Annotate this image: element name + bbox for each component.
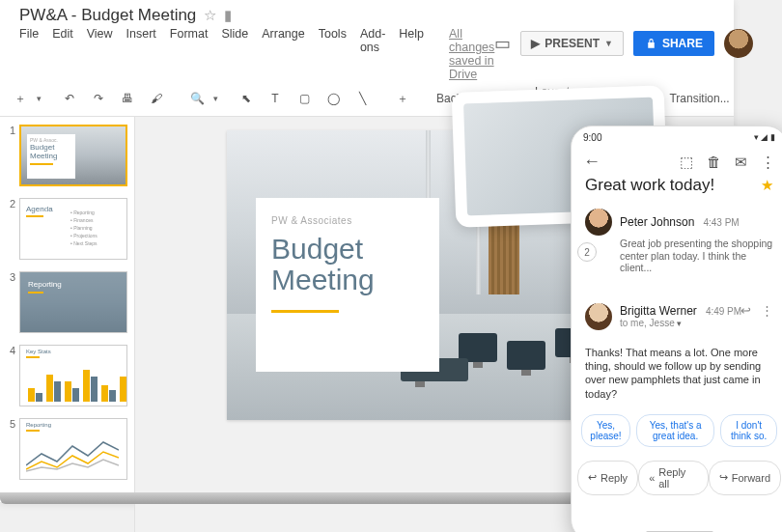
- menu-slide[interactable]: Slide: [221, 27, 248, 81]
- reply-action-row: ↩Reply «Reply all ↪Forward: [572, 455, 782, 495]
- star-icon[interactable]: ★: [761, 177, 773, 194]
- title-area: PW&A - Budget Meeting ☆ ▮ File Edit View…: [19, 6, 494, 81]
- thumbnail-panel[interactable]: 1 PW & Assoc. Budget Meeting 2 Agenda: [0, 117, 135, 532]
- menu-help[interactable]: Help: [399, 27, 424, 81]
- email-message-collapsed[interactable]: Peter Johnson 4:43 PM Great job presenti…: [572, 203, 782, 280]
- reply-button[interactable]: ↩Reply: [577, 461, 638, 495]
- message-time: 4:49 PM: [706, 306, 741, 317]
- more-icon[interactable]: ⋮: [761, 303, 773, 318]
- gmail-toolbar: ← ⬚ 🗑 ✉ ⋮: [572, 148, 782, 174]
- slide-thumbnail-3[interactable]: Reporting: [19, 271, 127, 333]
- menu-view[interactable]: View: [87, 27, 113, 81]
- slide-number: 5: [6, 418, 15, 480]
- recipients: to me, Jesse: [620, 318, 675, 328]
- mail-icon[interactable]: ✉: [735, 154, 747, 171]
- more-icon[interactable]: ⋮: [761, 154, 775, 171]
- smart-reply-chip[interactable]: Yes, that's a great idea.: [636, 414, 714, 447]
- slide-subtitle: PW & Associates: [271, 215, 424, 226]
- image-tool[interactable]: ▢: [292, 86, 317, 111]
- back-icon[interactable]: ←: [583, 152, 600, 172]
- slide-thumbnail-2[interactable]: Agenda • Reporting • Finances • Planning…: [19, 198, 127, 260]
- undo-button[interactable]: ↶: [57, 86, 82, 111]
- present-button[interactable]: ▶ PRESENT ▼: [520, 31, 624, 56]
- textbox-tool[interactable]: T: [263, 86, 288, 111]
- redo-button[interactable]: ↷: [86, 86, 111, 111]
- forward-button[interactable]: ↪Forward: [709, 461, 781, 495]
- select-tool[interactable]: ⬉: [234, 86, 259, 111]
- share-button[interactable]: SHARE: [633, 31, 714, 56]
- reply-icon: ↩: [588, 471, 597, 484]
- thread-count-badge[interactable]: 2: [577, 242, 597, 262]
- slide-thumbnail-1[interactable]: PW & Assoc. Budget Meeting: [19, 125, 127, 186]
- chevron-down-icon[interactable]: ▾: [213, 94, 218, 103]
- message-time: 4:43 PM: [703, 217, 739, 228]
- comments-icon[interactable]: ▭: [494, 33, 511, 54]
- sender-avatar: [585, 209, 612, 236]
- smart-reply-chip[interactable]: I don't think so.: [720, 414, 777, 447]
- app-header: PW&A - Budget Meeting ☆ ▮ File Edit View…: [0, 0, 734, 81]
- title-card[interactable]: PW & Associates BudgetMeeting: [256, 198, 439, 372]
- phone-device: 9:00 ▾ ◢ ▮ ← ⬚ 🗑 ✉ ⋮ Great work today! ★…: [571, 126, 782, 532]
- slide-number: 1: [6, 125, 15, 186]
- slide-number: 4: [6, 345, 15, 406]
- message-preview: Great job presenting the shopping center…: [620, 238, 773, 274]
- save-status[interactable]: All changes saved in Drive: [449, 27, 494, 81]
- transition-button[interactable]: Transition...: [663, 92, 735, 105]
- paint-format-button[interactable]: 🖌: [144, 86, 169, 111]
- status-icons: ▾ ◢ ▮: [754, 132, 775, 142]
- menu-arrange[interactable]: Arrange: [262, 27, 304, 81]
- sender-avatar: [585, 303, 612, 330]
- phone-time: 9:00: [583, 132, 601, 143]
- menu-insert[interactable]: Insert: [126, 27, 156, 81]
- zoom-button[interactable]: 🔍: [184, 86, 209, 111]
- user-avatar[interactable]: [724, 29, 753, 58]
- chevron-down-icon: ▼: [604, 39, 613, 48]
- reply-icon[interactable]: ↩: [740, 303, 751, 318]
- archive-icon[interactable]: ⬚: [680, 154, 693, 171]
- forward-icon: ↪: [719, 471, 728, 484]
- document-title[interactable]: PW&A - Budget Meeting: [19, 6, 196, 25]
- menu-edit[interactable]: Edit: [52, 27, 73, 81]
- share-label: SHARE: [662, 37, 703, 50]
- menu-file[interactable]: File: [19, 27, 39, 81]
- play-icon: ▶: [531, 37, 540, 50]
- line-tool[interactable]: ╲: [349, 86, 375, 111]
- delete-icon[interactable]: 🗑: [707, 154, 721, 170]
- menu-addons[interactable]: Add-ons: [360, 27, 385, 81]
- smart-reply-chip[interactable]: Yes, please!: [581, 414, 630, 447]
- sender-name: Peter Johnson: [620, 215, 694, 229]
- star-icon[interactable]: ☆: [204, 7, 216, 24]
- email-message-expanded[interactable]: Brigitta Werner 4:49 PM to me, Jesse ▾ ↩…: [572, 297, 782, 336]
- lock-icon: [645, 38, 657, 50]
- print-button[interactable]: 🖶: [115, 86, 140, 111]
- menu-tools[interactable]: Tools: [319, 27, 347, 81]
- reply-all-icon: «: [649, 472, 655, 484]
- slide-thumbnail-4[interactable]: Key Stats: [19, 345, 127, 406]
- slide-thumbnail-5[interactable]: Reporting: [19, 418, 127, 480]
- new-slide-button[interactable]: ＋: [8, 86, 33, 111]
- reply-all-button[interactable]: «Reply all: [638, 461, 709, 495]
- slide-title: BudgetMeeting: [271, 234, 424, 294]
- chevron-down-icon[interactable]: ▾: [677, 319, 682, 328]
- comment-tool[interactable]: ＋: [390, 86, 415, 111]
- sender-name: Brigitta Werner: [620, 304, 697, 318]
- smart-reply-row: Yes, please! Yes, that's a great idea. I…: [572, 406, 782, 455]
- move-folder-icon[interactable]: ▮: [224, 7, 232, 24]
- accent-bar: [271, 310, 339, 313]
- phone-status-bar: 9:00 ▾ ◢ ▮: [572, 126, 782, 148]
- shape-tool[interactable]: ◯: [321, 86, 346, 111]
- present-label: PRESENT: [545, 37, 600, 50]
- email-subject: Great work today!: [585, 176, 714, 195]
- chevron-down-icon[interactable]: ▾: [37, 94, 42, 103]
- menu-format[interactable]: Format: [170, 27, 209, 81]
- slide-number: 2: [6, 198, 15, 260]
- menu-bar: File Edit View Insert Format Slide Arran…: [19, 27, 494, 81]
- slide-number: 3: [6, 271, 15, 333]
- message-body: Thanks! That means a lot. One more thing…: [585, 346, 773, 401]
